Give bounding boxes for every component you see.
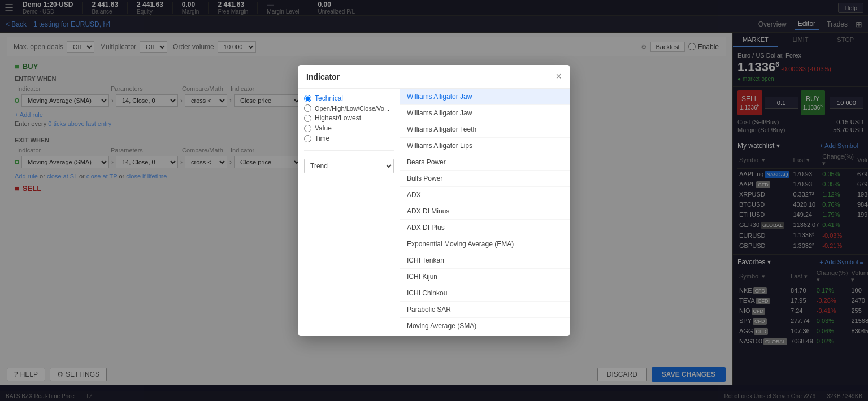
radio-technical-input[interactable] <box>304 95 311 102</box>
modal-list-item[interactable]: Bulls Power <box>400 171 570 187</box>
modal-list-item[interactable]: ICHI Chinkou <box>400 285 570 302</box>
modal-left-panel: Technical Open/High/Low/Close/Vo... High… <box>298 89 400 336</box>
modal-list-item[interactable]: Williams Alligator Jaw <box>400 105 570 121</box>
radio-value-input[interactable] <box>304 125 311 132</box>
radio-highest-lowest-input[interactable] <box>304 115 311 122</box>
modal-body: Technical Open/High/Low/Close/Vo... High… <box>298 89 570 336</box>
modal-overlay[interactable]: Indicator × Technical Open/High/Low/Clos… <box>0 0 868 401</box>
modal-list-item[interactable]: ICHI Tenkan <box>400 252 570 269</box>
radio-highest-lowest[interactable]: Highest/Lowest <box>304 114 394 122</box>
modal-list-item[interactable]: ADX <box>400 187 570 203</box>
radio-time-input[interactable] <box>304 135 311 142</box>
modal-header: Indicator × <box>298 65 570 89</box>
modal-list-item[interactable]: Williams Alligator Lips <box>400 138 570 154</box>
radio-open-high-input[interactable] <box>304 104 311 112</box>
modal-right-panel: Williams Alligator JawWilliams Alligator… <box>400 89 570 336</box>
radio-technical[interactable]: Technical <box>304 94 394 102</box>
modal-list-item[interactable]: Parabolic SAR <box>400 302 570 318</box>
modal-list-item[interactable]: Bears Power <box>400 154 570 171</box>
modal-close-button[interactable]: × <box>555 71 562 82</box>
radio-time[interactable]: Time <box>304 134 394 142</box>
modal-list-item[interactable]: ADX DI Plus <box>400 220 570 236</box>
modal-list-item[interactable]: Williams Alligator Teeth <box>400 121 570 138</box>
radio-value[interactable]: Value <box>304 124 394 132</box>
modal-title: Indicator <box>306 72 340 81</box>
indicator-type-group: Technical Open/High/Low/Close/Vo... High… <box>304 94 394 142</box>
modal-list-item[interactable]: Exponential Moving Average (EMA) <box>400 236 570 252</box>
indicator-modal: Indicator × Technical Open/High/Low/Clos… <box>298 65 570 336</box>
modal-list-item[interactable]: ICHI Kijun <box>400 269 570 285</box>
radio-open-high[interactable]: Open/High/Low/Close/Vo... <box>304 104 394 112</box>
modal-list-item[interactable]: ADX DI Minus <box>400 203 570 220</box>
modal-list-item[interactable]: Moving Average (SMA) <box>400 318 570 334</box>
modal-list-item[interactable]: ZigZag <box>400 334 570 336</box>
category-select[interactable]: Trend Oscillators Volatility Volume <box>304 159 394 173</box>
modal-list-item[interactable]: Williams Alligator Jaw <box>400 89 570 105</box>
